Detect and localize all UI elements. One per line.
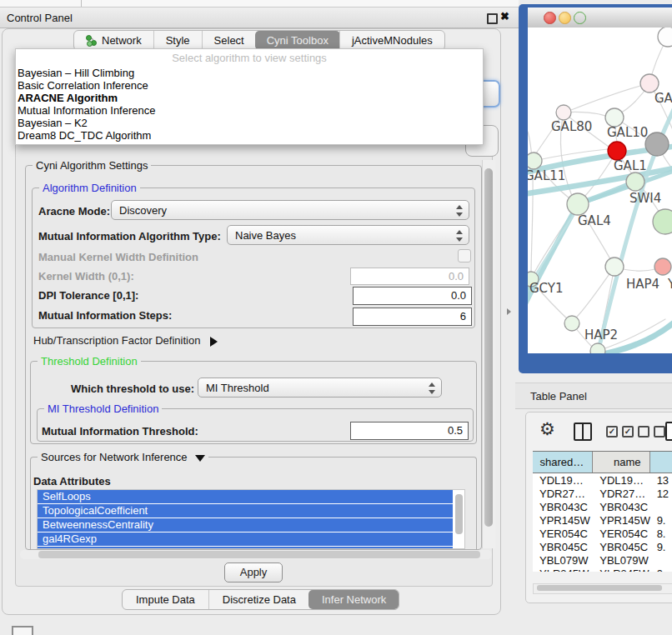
network-view-window[interactable]: GALGAL80GAL10GAL1GAL11SWI4GAL4GCY1HAP4YH… [519, 4, 672, 373]
scrollbar-thumb[interactable] [537, 585, 662, 591]
network-node[interactable] [528, 152, 542, 169]
network-node[interactable] [608, 142, 626, 160]
table-row[interactable]: YBL079WYBL079W [533, 553, 672, 567]
table-row[interactable]: YDL19…YDL19…13 [533, 473, 672, 487]
network-node[interactable] [605, 108, 624, 127]
column-layout-icon[interactable] [574, 422, 592, 441]
network-node[interactable] [605, 258, 624, 276]
column-header[interactable] [650, 452, 672, 472]
network-node[interactable] [645, 132, 669, 156]
table-cell: YLR345W [533, 567, 593, 572]
float-panel-icon[interactable] [487, 13, 498, 24]
network-node[interactable] [556, 105, 571, 120]
column-header[interactable]: name [593, 452, 649, 472]
table-row[interactable]: YBR043CYBR043C [533, 500, 672, 513]
mi-threshold-field[interactable]: 0.5 [350, 422, 469, 440]
table-row[interactable]: YPR145WYPR145W9. [533, 513, 672, 527]
aracne-mode-label: Aracne Mode: [38, 205, 110, 218]
tab-cyni-toolbox[interactable]: Cyni Toolbox [255, 31, 340, 50]
dpi-tolerance-field[interactable]: 0.0 [353, 287, 472, 305]
algorithm-option[interactable]: Dream8 DC_TDC Algorithm [16, 129, 483, 142]
tab-style[interactable]: Style [153, 31, 202, 50]
table-horizontal-scrollbar[interactable] [533, 583, 672, 594]
algorithm-option[interactable]: ARACNE Algorithm [16, 92, 483, 104]
table-cell: YPR145W [593, 513, 649, 527]
mi-algorithm-type-select[interactable]: Naive Bayes [227, 225, 469, 245]
manual-kernel-width-checkbox[interactable] [458, 249, 471, 262]
tool-panel-dock-icon[interactable] [12, 626, 33, 635]
network-node[interactable] [590, 343, 605, 353]
network-node[interactable] [564, 316, 579, 331]
attribute-list-item[interactable]: TopologicalCoefficient [38, 504, 453, 518]
aracne-mode-select[interactable]: Discovery [111, 200, 469, 220]
attribute-list-item[interactable]: SelfLoops [38, 490, 453, 503]
minimize-traffic-light-icon[interactable] [559, 12, 571, 24]
network-node[interactable] [567, 193, 589, 215]
zoom-traffic-light-icon[interactable] [574, 12, 586, 24]
mi-steps-field[interactable]: 6 [353, 308, 472, 326]
tab-jactivemnodules[interactable]: jActiveMNodules [339, 31, 444, 50]
control-panel-header: Control Panel ✖ [0, 8, 519, 28]
table-cell: YDR27… [593, 487, 649, 500]
algorithm-option[interactable]: Bayesian – K2 [16, 117, 483, 129]
combo-spinner-icon [455, 204, 463, 218]
panel-divider-arrow[interactable] [507, 308, 511, 315]
table-row[interactable]: YLR345WYLR345W9. [533, 567, 672, 572]
which-threshold-select[interactable]: MI Threshold [198, 378, 442, 398]
network-node[interactable] [653, 209, 672, 234]
scrollbar-thumb[interactable] [38, 551, 480, 558]
list-scrollbar-thumb[interactable] [455, 494, 463, 534]
gear-icon[interactable]: ⚙ [539, 419, 555, 439]
tab-network[interactable]: Network [74, 31, 153, 50]
tab-label: Cyni Toolbox [267, 34, 328, 47]
table-row[interactable]: YDR27…YDR27…12 [533, 487, 672, 500]
table-panel-title: Table Panel [530, 390, 587, 402]
deselect-all-checkboxes-icon[interactable] [638, 426, 665, 438]
algorithm-option[interactable]: Basic Correlation Inference [16, 79, 483, 92]
sources-legend[interactable]: Sources for Network Inference [38, 451, 208, 463]
column-header[interactable]: shared… [533, 452, 593, 472]
network-edge[interactable] [571, 83, 649, 110]
bottom-tab-impute-data[interactable]: Impute Data [123, 590, 208, 609]
algorithm-placeholder: Select algorithm to view settings [16, 49, 483, 67]
collapse-down-icon [195, 455, 205, 462]
algorithm-option[interactable]: Bayesian – Hill Climbing [16, 67, 483, 79]
attribute-list-item[interactable]: gal4RGexp [38, 532, 453, 546]
network-window-titlebar[interactable] [528, 8, 672, 28]
tab-label: Style [166, 34, 190, 47]
network-edge[interactable] [623, 269, 655, 271]
close-traffic-light-icon[interactable] [544, 12, 556, 24]
mi-threshold-label: Mutual Information Threshold: [42, 425, 198, 438]
network-node[interactable] [640, 74, 659, 92]
bottom-tabbar: Impute DataDiscretize DataInfer Network [122, 589, 399, 610]
network-node[interactable] [654, 258, 671, 275]
tab-select[interactable]: Select [202, 31, 256, 50]
settings-horizontal-scrollbar[interactable] [20, 550, 492, 559]
table-panel-card: ⚙ ✓✓ shared…name YDL19…YDL19…13YDR27…YDR… [525, 412, 672, 603]
network-node[interactable] [658, 28, 672, 47]
settings-vertical-scrollbar[interactable] [482, 160, 495, 548]
data-attributes-list[interactable]: SelfLoopsTopologicalCoefficientBetweenne… [37, 489, 465, 549]
bottom-tab-infer-network[interactable]: Infer Network [308, 590, 399, 609]
scrollbar-thumb[interactable] [484, 168, 493, 527]
network-edge[interactable] [536, 206, 579, 274]
which-threshold-value: MI Threshold [206, 382, 269, 394]
table-row[interactable]: YER054CYER054C8. [533, 527, 672, 540]
network-node[interactable] [626, 172, 644, 191]
bottom-tab-discretize-data[interactable]: Discretize Data [208, 590, 309, 609]
algorithm-option[interactable]: Mutual Information Inference [16, 104, 483, 117]
hub-definition-toggle[interactable]: Hub/Transcription Factor Definition [33, 334, 218, 347]
table-row[interactable]: YBR045CYBR045C9. [533, 540, 672, 553]
kernel-width-field[interactable]: 0.0 [350, 268, 469, 285]
algorithm-definition-legend: Algorithm Definition [39, 182, 140, 194]
apply-button[interactable]: Apply [224, 562, 283, 582]
document-icon[interactable] [665, 422, 672, 441]
select-all-checkboxes-icon[interactable]: ✓✓ [606, 426, 634, 438]
attribute-list-item[interactable]: BetweennessCentrality [38, 518, 453, 532]
mi-steps-label: Mutual Information Steps: [38, 309, 172, 322]
network-canvas[interactable]: GALGAL80GAL10GAL1GAL11SWI4GAL4GCY1HAP4YH… [528, 28, 672, 353]
close-icon[interactable]: ✖ [500, 10, 509, 22]
tab-label: Network [102, 34, 142, 47]
table-header-row: shared…name [533, 452, 672, 473]
node-label: GAL10 [607, 125, 648, 140]
